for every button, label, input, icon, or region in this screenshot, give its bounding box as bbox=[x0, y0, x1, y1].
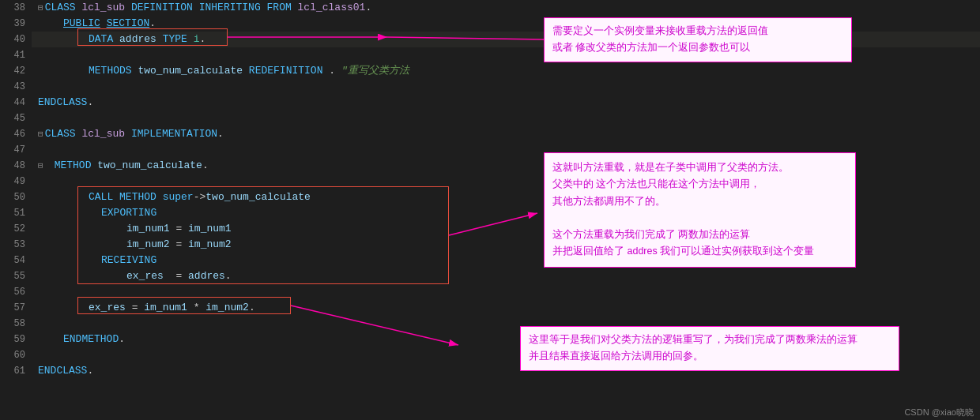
code-line-38: ⊟ CLASS lcl_sub DEFINITION INHERITING FR… bbox=[32, 0, 980, 16]
code-line-56 bbox=[32, 284, 980, 300]
fold-icon-38[interactable]: ⊟ bbox=[38, 0, 43, 16]
annotation-data-addres: 需要定义一个实例变量来接收重载方法的返回值 或者 修改父类的方法加一个返回参数也… bbox=[544, 17, 852, 62]
annotation-logic-rewrite: 这里等于是我们对父类方法的逻辑重写了，为我们完成了两数乘法的运算 并且结果直接返… bbox=[520, 326, 899, 371]
code-line-45 bbox=[32, 111, 980, 126]
code-editor: 38 39 40 41 42 43 44 45 46 47 48 49 50 5… bbox=[0, 0, 980, 420]
code-line-43 bbox=[32, 79, 980, 95]
code-line-46: ⊟ CLASS lcl_sub IMPLEMENTATION . bbox=[32, 126, 980, 142]
fold-icon-46[interactable]: ⊟ bbox=[38, 126, 43, 142]
annotation-method-override: 这就叫方法重载，就是在子类中调用了父类的方法。 父类中的 这个方法也只能在这个方… bbox=[544, 152, 856, 268]
fold-icon-48[interactable]: ⊟ bbox=[38, 158, 43, 174]
line-numbers: 38 39 40 41 42 43 44 45 46 47 48 49 50 5… bbox=[0, 0, 32, 420]
credits-text: CSDN @xiao晓晓 bbox=[904, 407, 974, 417]
code-area: ⊟ CLASS lcl_sub DEFINITION INHERITING FR… bbox=[32, 0, 980, 420]
code-line-57: ex_res = im_num1 * im_num2 . bbox=[32, 300, 980, 316]
code-line-42: METHODS two_num_calculate REDEFINITION .… bbox=[32, 63, 980, 79]
code-line-55: ex_res = addres . bbox=[32, 268, 980, 284]
code-line-44: ENDCLASS . bbox=[32, 95, 980, 111]
bottom-bar: CSDN @xiao晓晓 bbox=[898, 405, 980, 420]
